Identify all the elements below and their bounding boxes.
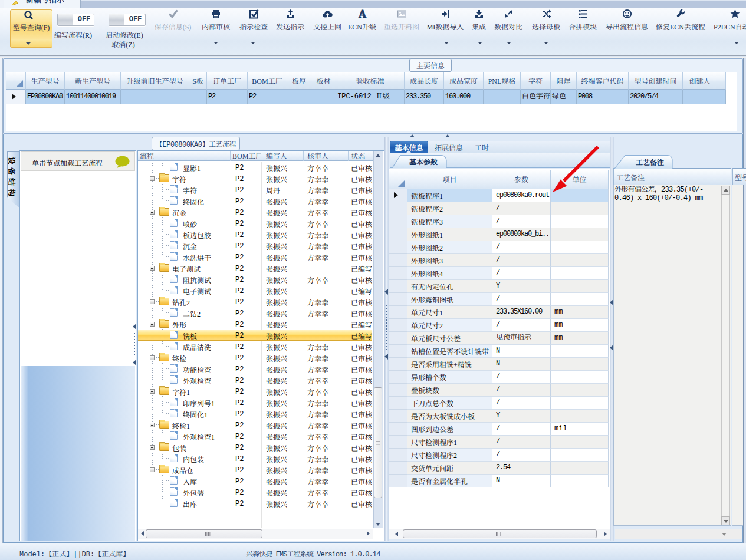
svg-text:A: A bbox=[359, 9, 366, 19]
